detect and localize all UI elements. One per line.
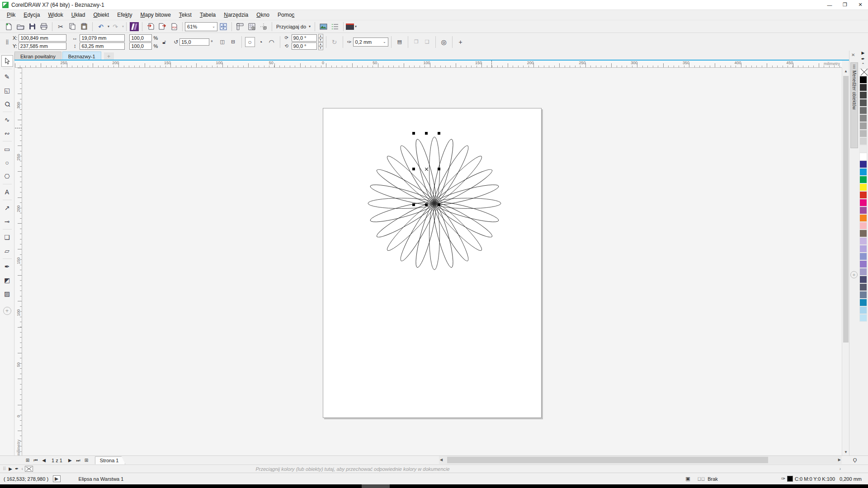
paste-icon[interactable] xyxy=(79,21,90,32)
next-page-icon[interactable]: ▶ xyxy=(66,458,74,463)
add-page-before-icon[interactable]: ⊞ xyxy=(24,458,32,463)
palette-swatch[interactable] xyxy=(859,84,867,91)
scale-x-input[interactable] xyxy=(129,34,152,42)
palette-swatch[interactable] xyxy=(859,122,867,130)
customize-icon[interactable] xyxy=(330,21,340,32)
mirror-horizontal-icon[interactable]: ◫ xyxy=(217,37,227,47)
palette-swatch[interactable] xyxy=(859,268,867,276)
scale-y-input[interactable] xyxy=(129,42,152,50)
menu-item-edycja[interactable]: Edycja xyxy=(19,10,44,19)
to-back-icon[interactable]: ❑ xyxy=(422,37,432,47)
docker-add-icon[interactable]: + xyxy=(850,271,858,278)
scroll-down-icon[interactable]: ▼ xyxy=(842,450,849,454)
object-width-input[interactable] xyxy=(80,34,125,42)
palette-swatch[interactable] xyxy=(859,299,867,306)
convert-to-curves-icon[interactable]: ◎ xyxy=(439,37,449,47)
new-document-icon[interactable] xyxy=(3,21,14,32)
palette-flyout-icon[interactable]: ▶ xyxy=(858,51,868,56)
palette-swatch[interactable] xyxy=(859,291,867,299)
lock-ratio-icon[interactable]: 🔓︎ xyxy=(160,39,168,45)
open-icon[interactable] xyxy=(15,21,26,32)
palette-swatch[interactable] xyxy=(859,145,867,153)
palette-swatch[interactable] xyxy=(859,160,867,168)
pie-mode-button[interactable]: ◔ xyxy=(256,37,266,47)
arc-end-angle-input[interactable] xyxy=(292,42,317,50)
mirror-vertical-icon[interactable]: ⊟ xyxy=(228,37,238,47)
tool-transparency-tool[interactable]: ▱ xyxy=(1,245,13,257)
palette-swatch[interactable] xyxy=(859,130,867,137)
palette-swatch[interactable] xyxy=(859,199,867,206)
palette-swatch[interactable] xyxy=(859,168,867,176)
palette-eyedropper-icon[interactable]: ✒ xyxy=(858,56,868,62)
palette-swatch[interactable] xyxy=(859,91,867,99)
selection-handle[interactable] xyxy=(412,132,415,135)
palette-scroll-up-icon[interactable]: ⌃ xyxy=(858,62,868,68)
welcome-dropdown-icon[interactable]: ▾ xyxy=(355,24,357,28)
docpal-scroll-right-icon[interactable]: › xyxy=(840,466,841,471)
palette-swatch[interactable] xyxy=(859,137,867,145)
tool-color-eyedropper-tool[interactable]: ✒ xyxy=(1,261,13,272)
vertical-ruler[interactable]: milimetry 300250200150100500 xyxy=(15,68,22,455)
prev-page-icon[interactable]: ◀ xyxy=(40,458,48,463)
palette-swatch[interactable] xyxy=(859,276,867,283)
palette-swatch[interactable] xyxy=(859,245,867,253)
horizontal-scrollbar[interactable]: ◀ ▶ xyxy=(439,456,842,464)
fullscreen-preview-icon[interactable] xyxy=(218,21,229,32)
outline-width-select[interactable]: 0,2 mm⌄ xyxy=(353,38,388,47)
selection-handle[interactable] xyxy=(438,132,440,135)
wrap-text-icon[interactable]: ▤ xyxy=(395,37,405,47)
menu-item-tekst[interactable]: Tekst xyxy=(175,10,196,19)
palette-swatch[interactable] xyxy=(859,230,867,237)
welcome-screen-icon[interactable] xyxy=(346,23,354,30)
tool-pick-tool[interactable] xyxy=(1,55,13,67)
palette-swatch[interactable] xyxy=(859,214,867,222)
palette-swatch-none[interactable] xyxy=(859,68,867,76)
selection-handle[interactable] xyxy=(438,203,440,206)
palette-swatch[interactable] xyxy=(859,153,867,160)
docker-close-icon[interactable]: ✕ xyxy=(851,52,855,57)
tool-artistic-media-tool[interactable]: ∾ xyxy=(1,127,13,139)
print-icon[interactable] xyxy=(38,21,49,32)
palette-swatch[interactable] xyxy=(859,283,867,291)
document-tab-ekran-powitalny[interactable]: Ekran powitalny xyxy=(14,52,61,61)
object-height-input[interactable] xyxy=(80,42,125,50)
copy-icon[interactable] xyxy=(67,21,78,32)
arc-mode-button[interactable]: ◠ xyxy=(267,37,277,47)
ellipse-mode-button[interactable]: ○ xyxy=(245,37,255,47)
selection-handle[interactable] xyxy=(412,203,415,206)
tool-polygon-tool[interactable]: ⎔ xyxy=(1,170,13,182)
publish-pdf-icon[interactable]: PDF xyxy=(169,21,179,32)
palette-swatch[interactable] xyxy=(859,107,867,114)
selection-handle[interactable] xyxy=(412,168,415,170)
options-icon[interactable] xyxy=(318,21,329,32)
palette-swatch[interactable] xyxy=(859,306,867,314)
add-page-after-icon[interactable]: ⊞ xyxy=(82,458,90,463)
palette-swatch[interactable] xyxy=(859,191,867,199)
menu-item-widok[interactable]: Widok xyxy=(44,10,67,19)
docker-tab-object-manager[interactable]: ⣿ Menedżer obiektów xyxy=(850,62,858,148)
cut-icon[interactable]: ✂ xyxy=(55,21,66,32)
arc-end-spinner[interactable]: ▴▾ xyxy=(318,42,323,50)
menu-item-efekty[interactable]: Efekty xyxy=(113,10,136,19)
zoom-level-select[interactable]: 61%⌄ xyxy=(185,22,217,31)
tool-ellipse-tool[interactable]: ○ xyxy=(1,157,13,169)
horizontal-ruler[interactable]: milimetry 250200150100500501001502002503… xyxy=(15,61,842,68)
redo-icon[interactable]: ↷ xyxy=(110,21,121,32)
menu-item-plik[interactable]: Plik xyxy=(3,10,19,19)
tool-connector-tool[interactable]: ⊸ xyxy=(1,216,13,227)
palette-swatch[interactable] xyxy=(859,176,867,183)
selection-handle[interactable] xyxy=(425,132,428,135)
y-position-input[interactable] xyxy=(19,42,66,50)
scroll-left-icon[interactable]: ◀ xyxy=(440,458,443,462)
tool-rectangle-tool[interactable]: ▭ xyxy=(1,143,13,155)
tool-crop-tool[interactable]: ◱ xyxy=(1,84,13,96)
vertical-scrollbar-thumb[interactable] xyxy=(843,76,849,343)
x-position-input[interactable] xyxy=(19,34,66,42)
palette-swatch[interactable] xyxy=(859,222,867,230)
undo-icon[interactable]: ↶ xyxy=(95,21,106,32)
undo-dropdown-icon[interactable]: ▾ xyxy=(108,24,109,28)
palette-swatch[interactable] xyxy=(859,237,867,245)
menu-item-uklad[interactable]: Układ xyxy=(67,10,90,19)
scroll-up-icon[interactable]: ▲ xyxy=(842,69,849,73)
menu-item-pomoc[interactable]: Pomoc xyxy=(274,10,298,19)
